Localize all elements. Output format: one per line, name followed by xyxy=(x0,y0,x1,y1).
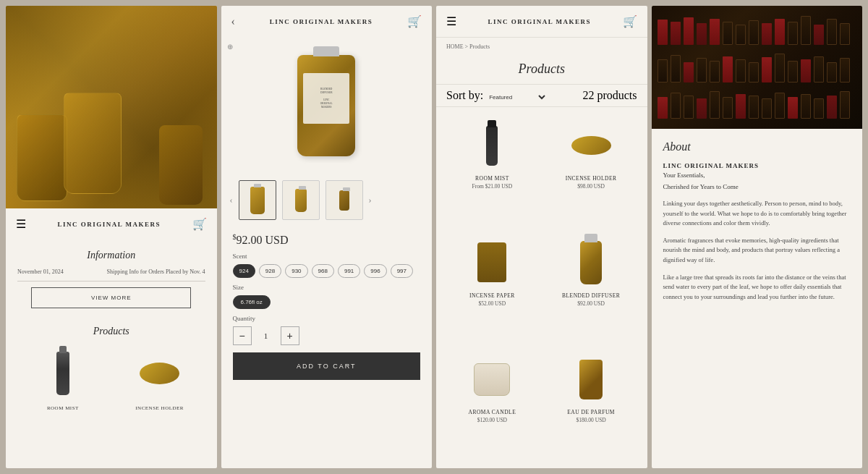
s1-brand-name: LINC ORIGINAL MAKERS xyxy=(57,221,161,228)
scent-label: Scent xyxy=(233,253,421,260)
product-main-image: ⊕ BLENDEDDIFFUSERLINCORIGINALMAKERS xyxy=(221,37,433,174)
list-item[interactable]: INCENSE PAPER $52.00 USD xyxy=(443,230,541,346)
product-img-incense-holder xyxy=(569,120,613,171)
product-price: $92.00 USD xyxy=(233,233,421,247)
product-price: $120.00 USD xyxy=(477,417,507,423)
quantity-minus-button[interactable]: − xyxy=(233,326,252,345)
list-item[interactable]: AROMA CANDLE $120.00 USD xyxy=(443,347,541,462)
product-img-incense-paper xyxy=(470,237,514,288)
quantity-section: − 1 + xyxy=(233,326,421,345)
about-brand-name: LINC ORIGINAL MAKERS xyxy=(663,162,851,169)
bottle-decoration-2 xyxy=(64,93,122,194)
s3-cart-icon[interactable]: 🛒 xyxy=(623,14,637,28)
about-title: About xyxy=(663,140,851,153)
eau-de-parfum-icon xyxy=(579,360,603,399)
thumbnail-3[interactable] xyxy=(326,180,363,220)
size-btn-676oz[interactable]: 6.76fl oz xyxy=(233,295,271,309)
quantity-label: Quantity xyxy=(233,315,421,322)
back-icon[interactable]: ‹ xyxy=(231,15,235,28)
s3-menu-icon[interactable]: ☰ xyxy=(446,14,456,28)
product-grid: ROOM MIST From $21.00 USD INCENSE HOLDER… xyxy=(436,107,647,468)
price-section: $92.00 USD Scent 924 928 930 968 991 996… xyxy=(221,226,433,384)
s2-brand-name: LINC ORIGINAL MAKERS xyxy=(270,18,373,25)
hero-image xyxy=(6,6,217,208)
sort-select[interactable]: Featured Price: Low to High Price: High … xyxy=(486,93,548,101)
product-name: INCENSE HOLDER xyxy=(566,175,617,182)
product-name-incense-holder: INCENSE HOLDER xyxy=(135,405,184,411)
product-name: ROOM MIST xyxy=(475,175,509,182)
about-para-2: Aromatic fragrances that evoke memories,… xyxy=(663,236,851,266)
screen-2: ‹ LINC ORIGINAL MAKERS 🛒 ⊕ BLENDEDDIFFUS… xyxy=(221,6,433,468)
filter-bar: Sort by: Featured Price: Low to High Pri… xyxy=(436,84,647,107)
info-shipping: Shipping Info for Orders Placed by Nov. … xyxy=(107,268,205,275)
product-price: $52.00 USD xyxy=(479,300,506,307)
incense-paper-icon xyxy=(477,242,506,282)
shelf-background xyxy=(652,6,863,129)
breadcrumb-home[interactable]: HOME xyxy=(446,43,464,50)
thumb-next-icon[interactable]: › xyxy=(369,195,372,206)
scent-options: 924 928 930 968 991 996 997 xyxy=(233,264,421,278)
screen-1: ☰ LINC ORIGINAL MAKERS 🛒 Information Nov… xyxy=(6,6,217,468)
aroma-candle-icon xyxy=(474,363,510,396)
about-para-3: Like a large tree that spreads its roots… xyxy=(663,273,851,302)
about-body-text: Linking your days together aesthetically… xyxy=(663,199,851,302)
screens-container: ☰ LINC ORIGINAL MAKERS 🛒 Information Nov… xyxy=(0,0,868,474)
screen-4: About LINC ORIGINAL MAKERS Your Essentia… xyxy=(652,6,863,468)
main-product-bottle: BLENDEDDIFFUSERLINCORIGINALMAKERS xyxy=(297,55,355,156)
room-mist-bottle-icon xyxy=(56,352,69,395)
size-options: 6.76fl oz xyxy=(233,295,421,309)
s1-product-grid: ROOM MIST INCENSE HOLDER xyxy=(17,344,205,411)
product-count: 22 products xyxy=(582,89,637,102)
scent-btn-930[interactable]: 930 xyxy=(285,264,307,278)
zoom-icon[interactable]: ⊕ xyxy=(227,43,233,51)
product-price: From $21.00 USD xyxy=(472,183,513,190)
about-tagline-1: Your Essentials, xyxy=(663,171,851,181)
product-price: $180.00 USD xyxy=(576,417,605,423)
add-to-cart-button[interactable]: ADD TO CART xyxy=(233,352,421,380)
incense-holder-icon xyxy=(571,136,611,155)
cart-icon[interactable]: 🛒 xyxy=(192,217,207,231)
list-item[interactable]: Eau De Parfum $180.00 USD xyxy=(542,347,640,462)
shelf-row-1 xyxy=(658,16,857,45)
about-para-1: Linking your days together aesthetically… xyxy=(663,199,851,229)
bottle-decoration-1 xyxy=(17,114,67,201)
s3-navbar: ☰ LINC ORIGINAL MAKERS 🛒 xyxy=(436,6,647,38)
scent-btn-928[interactable]: 928 xyxy=(259,264,281,278)
thumb-prev-icon[interactable]: ‹ xyxy=(230,195,233,206)
breadcrumb: HOME > Products xyxy=(436,38,647,56)
info-title: Information xyxy=(17,250,205,261)
product-price: $92.00 USD xyxy=(577,300,605,307)
s1-navbar: ☰ LINC ORIGINAL MAKERS 🛒 xyxy=(6,208,217,240)
scent-btn-924[interactable]: 924 xyxy=(233,264,255,278)
thumbnail-1[interactable] xyxy=(239,180,276,220)
product-name: Eau De Parfum xyxy=(567,409,615,415)
scent-btn-991[interactable]: 991 xyxy=(338,264,360,278)
thumb-bottle-icon-3 xyxy=(339,190,349,211)
scent-btn-968[interactable]: 968 xyxy=(312,264,334,278)
list-item[interactable]: BLENDED DIFFUSER $92.00 USD xyxy=(542,230,640,346)
list-item[interactable]: INCENSE HOLDER $98.00 USD xyxy=(542,113,640,229)
list-item[interactable]: INCENSE HOLDER xyxy=(114,344,205,411)
thumbnail-2[interactable] xyxy=(282,180,320,220)
scent-btn-996[interactable]: 996 xyxy=(364,264,386,278)
about-section: About LINC ORIGINAL MAKERS Your Essentia… xyxy=(652,129,863,468)
product-price: $98.00 USD xyxy=(577,183,605,190)
thumb-bottle-icon-2 xyxy=(295,189,307,212)
list-item[interactable]: ROOM MIST From $21.00 USD xyxy=(443,113,541,229)
shelf-row-3 xyxy=(658,91,857,119)
scent-btn-997[interactable]: 997 xyxy=(391,264,413,278)
quantity-plus-button[interactable]: + xyxy=(281,326,299,345)
s2-navbar: ‹ LINC ORIGINAL MAKERS 🛒 xyxy=(221,6,433,37)
menu-icon[interactable]: ☰ xyxy=(16,217,26,231)
product-name-room-mist: ROOM MIST xyxy=(47,405,79,411)
list-item[interactable]: ROOM MIST xyxy=(17,344,109,411)
incense-holder-icon xyxy=(140,363,179,384)
view-more-button[interactable]: VIEW MORE xyxy=(31,287,191,308)
s2-cart-icon[interactable]: 🛒 xyxy=(407,14,422,28)
room-mist-icon xyxy=(486,126,498,166)
blended-diffuser-icon xyxy=(580,241,602,284)
info-row: November 01, 2024 Shipping Info for Orde… xyxy=(17,268,205,275)
s1-products-title: Products xyxy=(17,326,205,337)
product-img-eau-de-parfum xyxy=(569,354,613,405)
product-img-aroma-candle xyxy=(470,354,514,405)
